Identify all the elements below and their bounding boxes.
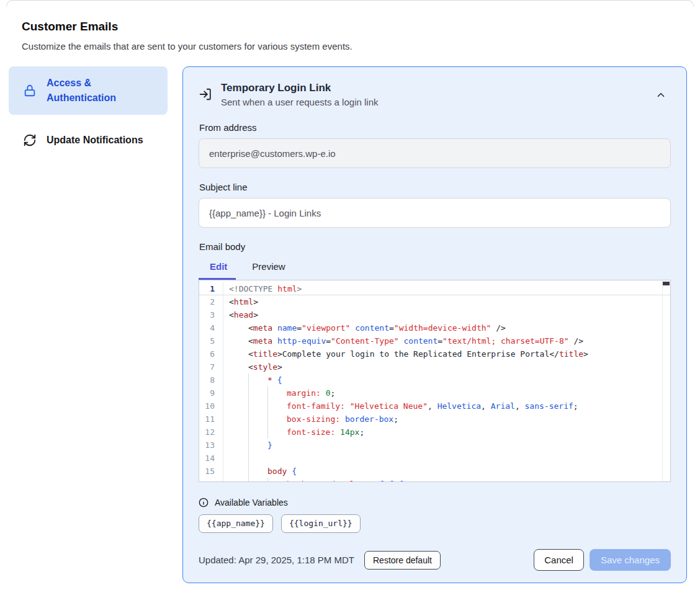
email-body-label: Email body [199,241,671,252]
available-variables-label: Available Variables [215,498,288,507]
code-line-content: font-family: "Helvetica Neue", Helvetica… [223,400,670,413]
code-line-content: box-sizing: border-box; [223,413,670,426]
tab-edit[interactable]: Edit [210,261,227,272]
code-line-content: } [223,439,670,452]
cancel-button[interactable]: Cancel [534,549,584,571]
indent-space [229,426,248,439]
indent-space [229,321,248,334]
indent-guide [248,387,267,400]
line-number: 16 [199,478,223,482]
indent-space [229,360,248,373]
sidebar-item-access-authentication[interactable]: Access & Authentication [9,66,168,115]
code-line-content: body { [223,465,670,478]
tab-preview[interactable]: Preview [252,261,285,272]
chevron-up-icon [655,93,666,102]
code-line[interactable]: 2<html> [199,295,670,308]
panel-footer: Updated: Apr 29, 2025, 1:18 PM MDT Resto… [199,549,671,571]
line-number: 15 [199,465,223,478]
line-number: 13 [199,439,223,452]
code-line[interactable]: 15body { [199,465,670,478]
editor-scrollbar-thumb[interactable] [663,282,670,285]
indent-guide [248,400,267,413]
indent-guide [248,452,267,465]
code-line[interactable]: 4<meta name="viewport" content="width=de… [199,321,670,334]
page-subtitle: Customize the emails that are sent to yo… [22,41,700,51]
content-area: Access & Authentication Update Notificat… [9,66,691,583]
subject-line-input[interactable] [199,198,671,228]
save-changes-button[interactable]: Save changes [590,549,671,571]
from-address-label: From address [199,122,671,133]
panel-header-text: Temporary Login Link Sent when a user re… [221,82,378,107]
line-number: 12 [199,426,223,439]
indent-space [229,400,248,413]
code-line[interactable]: 5<meta http-equiv="Content-Type" content… [199,334,670,347]
line-number: 2 [199,295,223,308]
code-line[interactable]: 7<style> [199,360,670,373]
panel-subtitle: Sent when a user requests a login link [221,97,378,107]
code-line-content: <html> [223,295,670,308]
line-number: 11 [199,413,223,426]
refresh-icon [23,133,37,147]
code-line-content: * { [223,373,670,387]
panel-header: Temporary Login Link Sent when a user re… [199,82,671,107]
email-body-code-editor[interactable]: 1<!DOCTYPE html>2<html>3<head>4<meta nam… [199,280,671,482]
indent-space [229,373,248,387]
indent-space [229,413,248,426]
indent-guide [248,426,267,439]
code-line[interactable]: 1<!DOCTYPE html> [199,282,670,295]
indent-space [229,347,248,360]
available-variables-header: Available Variables [199,498,671,507]
code-line-content: <title>Complete your login to the Replic… [223,347,670,360]
variable-chip-login-url[interactable]: {{login_url}} [281,514,361,533]
code-line-content [223,452,670,465]
code-line[interactable]: 13} [199,439,670,452]
code-line-content: <meta name="viewport" content="width=dev… [223,321,670,334]
code-line[interactable]: 8* { [199,373,670,387]
variable-chip-app-name[interactable]: {{app_name}} [199,514,273,533]
editor-tabs: Edit Preview [210,261,671,272]
line-number: 10 [199,400,223,413]
indent-guide [267,478,287,482]
code-line[interactable]: 6<title>Complete your login to the Repli… [199,347,670,360]
log-in-icon [199,87,212,101]
email-types-sidebar: Access & Authentication Update Notificat… [9,66,168,155]
indent-guide [248,413,267,426]
code-line[interactable]: 9margin: 0; [199,387,670,400]
code-line[interactable]: 3<head> [199,308,670,321]
indent-space [229,465,248,478]
code-line-content: font-size: 14px; [223,426,670,439]
indent-guide [248,373,267,387]
indent-guide [267,400,287,413]
code-line-content: <meta http-equiv="Content-Type" content=… [223,334,670,347]
temporary-login-link-panel: Temporary Login Link Sent when a user re… [182,66,687,583]
line-number: 8 [199,373,223,387]
indent-guide [248,439,267,452]
line-number: 9 [199,387,223,400]
restore-default-button[interactable]: Restore default [364,551,441,570]
line-number: 3 [199,308,223,321]
code-line[interactable]: 14 [199,452,670,465]
sidebar-item-update-notifications[interactable]: Update Notifications [9,125,168,155]
code-line[interactable]: 16background-color: #f6f9fc; [199,478,670,482]
code-line[interactable]: 12font-size: 14px; [199,426,670,439]
indent-space [229,334,248,347]
editor-scrollbar[interactable] [662,280,670,481]
line-number: 14 [199,452,223,465]
code-line[interactable]: 10font-family: "Helvetica Neue", Helveti… [199,400,670,413]
code-line[interactable]: 11box-sizing: border-box; [199,413,670,426]
sidebar-item-label: Access & Authentication [47,76,158,105]
variable-chips: {{app_name}} {{login_url}} [199,514,671,533]
subject-line-label: Subject line [199,182,671,192]
updated-timestamp: Updated: Apr 29, 2025, 1:18 PM MDT [199,555,354,565]
info-icon [199,498,209,507]
code-line-content: <!DOCTYPE html> [223,282,670,295]
from-address-input[interactable] [199,138,671,168]
code-lines: 1<!DOCTYPE html>2<html>3<head>4<meta nam… [199,282,670,482]
code-line-content: margin: 0; [223,387,670,400]
line-number: 7 [199,360,223,373]
collapse-panel-button[interactable] [655,89,667,102]
indent-space [229,387,248,400]
indent-guide [267,413,287,426]
line-number: 1 [199,282,223,295]
sidebar-item-label: Update Notifications [47,133,143,148]
